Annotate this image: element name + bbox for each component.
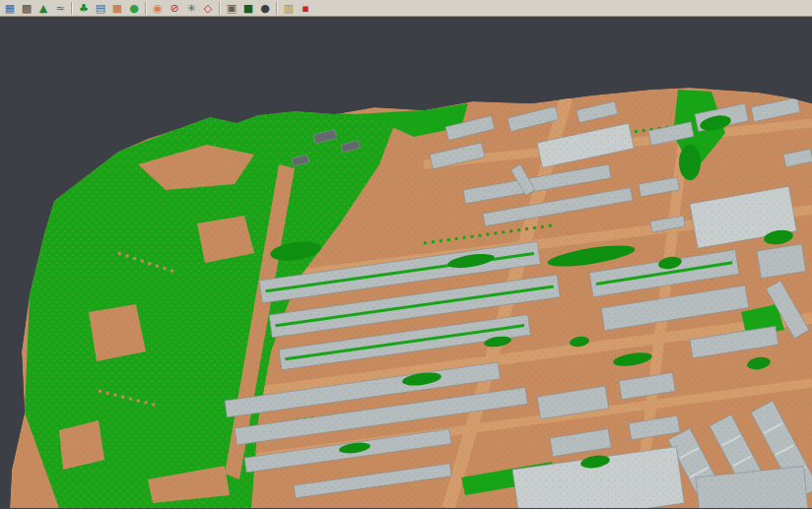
raster-layer-icon[interactable]: ▩: [19, 1, 34, 16]
ground-class-icon-glyph: ■: [112, 2, 122, 15]
toolbar-separator: [276, 2, 278, 15]
globe-icon[interactable]: ●: [126, 1, 142, 16]
table-icon[interactable]: ▤: [93, 1, 108, 16]
globe-icon-glyph: ●: [129, 2, 139, 15]
table-icon-glyph: ▤: [96, 2, 105, 15]
exclude-icon-glyph: ⊘: [169, 2, 178, 15]
vegetation-icon[interactable]: ♣: [76, 1, 92, 16]
toolbar-separator: [145, 2, 147, 15]
selection-box-icon-glyph: ◇: [204, 2, 212, 15]
exclude-icon[interactable]: ⊘: [167, 1, 182, 16]
settings-icon[interactable]: ✳: [183, 1, 199, 16]
main-toolbar: ▦▩▲≈♣▤■●◉⊘✳◇▣■●▥▪: [0, 0, 812, 17]
forest-class-icon-glyph: ■: [243, 2, 253, 15]
vegetation-icon-glyph: ♣: [79, 2, 89, 15]
point-class-icon[interactable]: ◉: [150, 1, 166, 16]
sphere-icon-glyph: ●: [260, 2, 270, 15]
toolbar-separator: [219, 2, 221, 15]
selection-box-icon[interactable]: ◇: [200, 1, 216, 16]
settings-icon-glyph: ✳: [186, 2, 195, 15]
marker-icon[interactable]: ▪: [298, 1, 313, 16]
grid-view-icon-glyph: ▦: [5, 2, 15, 15]
forest-class-icon[interactable]: ■: [240, 1, 256, 16]
histogram-icon-glyph: ▥: [284, 2, 294, 15]
window-icon[interactable]: ▣: [224, 1, 239, 16]
grid-view-icon[interactable]: ▦: [2, 1, 18, 16]
water-icon[interactable]: ≈: [52, 1, 68, 16]
scene-svg[interactable]: [0, 17, 812, 508]
histogram-icon[interactable]: ▥: [281, 1, 297, 16]
viewport-3d[interactable]: [0, 17, 812, 509]
terrain-icon[interactable]: ▲: [35, 1, 51, 16]
ground-class-icon[interactable]: ■: [109, 1, 125, 16]
point-class-icon-glyph: ◉: [153, 2, 163, 15]
app-window: ▦▩▲≈♣▤■●◉⊘✳◇▣■●▥▪: [0, 0, 812, 509]
window-icon-glyph: ▣: [227, 2, 237, 15]
raster-layer-icon-glyph: ▩: [22, 2, 32, 15]
sphere-icon[interactable]: ●: [257, 1, 273, 16]
marker-icon-glyph: ▪: [302, 2, 308, 15]
toolbar-separator: [71, 2, 73, 15]
terrain-icon-glyph: ▲: [39, 2, 47, 15]
water-icon-glyph: ≈: [55, 2, 64, 15]
